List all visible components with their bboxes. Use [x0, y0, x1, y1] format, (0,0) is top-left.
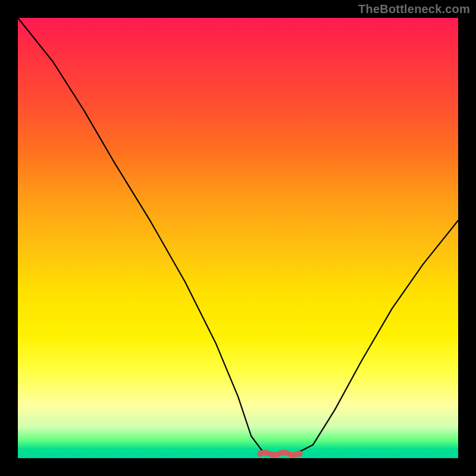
valley-marker — [18, 18, 458, 458]
chart-frame: TheBottleneck.com — [0, 0, 476, 476]
valley-marker-dot-right — [297, 451, 303, 457]
valley-marker-path — [260, 453, 298, 455]
watermark-text: TheBottleneck.com — [358, 2, 470, 16]
valley-marker-dot-left — [257, 451, 263, 457]
plot-area — [18, 18, 458, 458]
